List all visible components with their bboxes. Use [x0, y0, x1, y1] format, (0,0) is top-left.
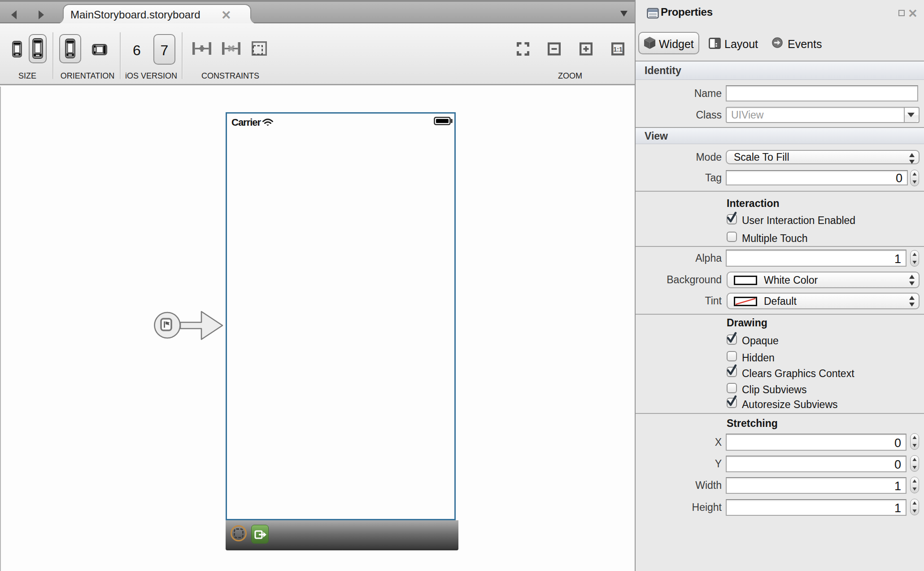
svg-text:1:1: 1:1	[614, 46, 623, 53]
